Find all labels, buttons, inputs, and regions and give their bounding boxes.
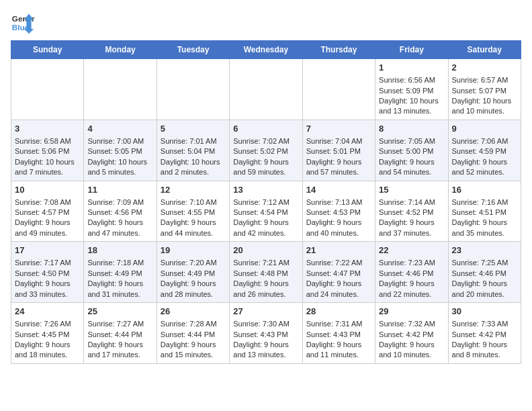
calendar-cell: 19Sunrise: 7:20 AMSunset: 4:49 PMDayligh… [157, 242, 229, 303]
day-info: Sunrise: 7:26 AM [15, 319, 80, 329]
day-number: 29 [379, 306, 444, 318]
calendar-cell [157, 59, 229, 120]
day-info: Sunset: 4:45 PM [15, 330, 80, 340]
day-number: 11 [87, 184, 152, 196]
day-info: Sunset: 4:46 PM [379, 269, 444, 279]
day-info: Daylight: 9 hours and 37 minutes. [379, 218, 444, 238]
calendar-cell: 17Sunrise: 7:17 AMSunset: 4:50 PMDayligh… [11, 242, 84, 303]
calendar-cell: 23Sunrise: 7:25 AMSunset: 4:46 PMDayligh… [448, 242, 521, 303]
day-info: Sunset: 5:02 PM [233, 146, 298, 156]
calendar-cell: 25Sunrise: 7:27 AMSunset: 4:44 PMDayligh… [84, 303, 157, 364]
day-header-saturday: Saturday [448, 41, 521, 59]
day-info: Sunrise: 7:22 AM [306, 258, 371, 268]
day-number: 27 [233, 306, 298, 318]
day-info: Sunrise: 7:20 AM [161, 258, 226, 268]
day-number: 10 [15, 184, 80, 196]
day-info: Sunrise: 7:08 AM [15, 197, 80, 208]
day-info: Daylight: 9 hours and 15 minutes. [161, 340, 226, 361]
day-info: Sunrise: 7:30 AM [233, 319, 298, 329]
calendar-cell: 26Sunrise: 7:28 AMSunset: 4:44 PMDayligh… [157, 303, 229, 364]
day-info: Daylight: 9 hours and 10 minutes. [379, 340, 444, 361]
day-info: Daylight: 9 hours and 17 minutes. [87, 340, 152, 361]
day-info: Daylight: 10 hours and 7 minutes. [15, 157, 80, 178]
day-number: 30 [452, 306, 517, 318]
day-number: 8 [379, 123, 444, 135]
day-info: Sunrise: 7:25 AM [452, 258, 517, 268]
calendar-cell: 4Sunrise: 7:00 AMSunset: 5:05 PMDaylight… [84, 120, 157, 181]
calendar-cell: 5Sunrise: 7:01 AMSunset: 5:04 PMDaylight… [157, 120, 229, 181]
day-number: 19 [161, 244, 226, 257]
calendar-cell: 9Sunrise: 7:06 AMSunset: 4:59 PMDaylight… [448, 120, 521, 181]
week-row-1: 1Sunrise: 6:56 AMSunset: 5:09 PMDaylight… [11, 59, 521, 120]
day-info: Daylight: 9 hours and 42 minutes. [233, 218, 298, 238]
day-info: Daylight: 9 hours and 49 minutes. [15, 218, 80, 238]
day-info: Sunrise: 7:10 AM [161, 197, 226, 208]
day-info: Daylight: 9 hours and 18 minutes. [15, 340, 80, 361]
logo: General Blue [11, 11, 35, 35]
day-info: Daylight: 9 hours and 47 minutes. [87, 218, 152, 238]
week-row-2: 3Sunrise: 6:58 AMSunset: 5:06 PMDaylight… [11, 120, 521, 181]
day-number: 4 [87, 123, 152, 135]
day-info: Sunset: 4:42 PM [452, 330, 517, 340]
day-number: 1 [379, 62, 444, 74]
day-number: 15 [379, 184, 444, 196]
day-info: Daylight: 9 hours and 13 minutes. [233, 340, 298, 361]
day-info: Sunset: 4:43 PM [306, 330, 371, 340]
calendar-cell: 13Sunrise: 7:12 AMSunset: 4:54 PMDayligh… [230, 181, 302, 242]
day-info: Sunset: 5:05 PM [87, 146, 152, 156]
calendar-table: SundayMondayTuesdayWednesdayThursdayFrid… [11, 40, 521, 364]
day-info: Sunset: 4:51 PM [452, 208, 517, 218]
day-info: Daylight: 9 hours and 44 minutes. [161, 218, 226, 238]
day-info: Sunset: 4:50 PM [15, 269, 80, 279]
day-info: Sunset: 4:54 PM [233, 208, 298, 218]
day-info: Sunset: 4:59 PM [452, 146, 517, 156]
calendar-cell [230, 59, 302, 120]
day-number: 13 [233, 184, 298, 196]
day-number: 23 [452, 244, 517, 257]
calendar-cell: 6Sunrise: 7:02 AMSunset: 5:02 PMDaylight… [230, 120, 302, 181]
calendar-cell: 22Sunrise: 7:23 AMSunset: 4:46 PMDayligh… [375, 242, 448, 303]
day-info: Daylight: 9 hours and 33 minutes. [15, 279, 80, 300]
day-number: 12 [161, 184, 226, 196]
day-info: Sunset: 4:44 PM [161, 330, 226, 340]
day-info: Sunrise: 7:00 AM [87, 136, 152, 146]
calendar-cell: 3Sunrise: 6:58 AMSunset: 5:06 PMDaylight… [11, 120, 84, 181]
calendar-cell: 15Sunrise: 7:14 AMSunset: 4:52 PMDayligh… [375, 181, 448, 242]
day-number: 17 [15, 244, 80, 257]
day-info: Sunrise: 7:16 AM [452, 197, 517, 208]
day-number: 14 [306, 184, 371, 196]
day-info: Daylight: 9 hours and 52 minutes. [452, 157, 517, 178]
day-info: Daylight: 9 hours and 22 minutes. [379, 279, 444, 300]
day-info: Sunrise: 7:31 AM [306, 319, 371, 329]
day-info: Daylight: 9 hours and 20 minutes. [452, 279, 517, 300]
day-info: Daylight: 9 hours and 28 minutes. [161, 279, 226, 300]
day-info: Daylight: 9 hours and 24 minutes. [306, 279, 371, 300]
day-info: Sunset: 4:49 PM [161, 269, 226, 279]
day-number: 22 [379, 244, 444, 257]
calendar-cell: 16Sunrise: 7:16 AMSunset: 4:51 PMDayligh… [448, 181, 521, 242]
day-number: 6 [233, 123, 298, 135]
day-info: Sunset: 5:00 PM [379, 146, 444, 156]
day-info: Sunrise: 6:57 AM [452, 75, 517, 85]
week-row-3: 10Sunrise: 7:08 AMSunset: 4:57 PMDayligh… [11, 181, 521, 242]
calendar-cell: 20Sunrise: 7:21 AMSunset: 4:48 PMDayligh… [230, 242, 302, 303]
day-info: Sunrise: 7:05 AM [379, 136, 444, 146]
calendar-cell [302, 59, 375, 120]
day-info: Sunset: 4:57 PM [15, 208, 80, 218]
day-info: Sunrise: 7:09 AM [87, 197, 152, 208]
day-info: Sunrise: 6:58 AM [15, 136, 80, 146]
day-info: Sunset: 4:55 PM [161, 208, 226, 218]
day-number: 26 [161, 306, 226, 318]
day-info: Sunset: 4:49 PM [87, 269, 152, 279]
day-info: Sunrise: 7:18 AM [87, 258, 152, 268]
day-number: 28 [306, 306, 371, 318]
header: General Blue [11, 11, 521, 35]
day-info: Sunrise: 7:06 AM [452, 136, 517, 146]
day-number: 24 [15, 306, 80, 318]
calendar-cell [11, 59, 84, 120]
day-info: Daylight: 9 hours and 26 minutes. [233, 279, 298, 300]
calendar-cell: 30Sunrise: 7:33 AMSunset: 4:42 PMDayligh… [448, 303, 521, 364]
calendar-cell: 7Sunrise: 7:04 AMSunset: 5:01 PMDaylight… [302, 120, 375, 181]
day-info: Sunrise: 7:17 AM [15, 258, 80, 268]
day-number: 21 [306, 244, 371, 257]
